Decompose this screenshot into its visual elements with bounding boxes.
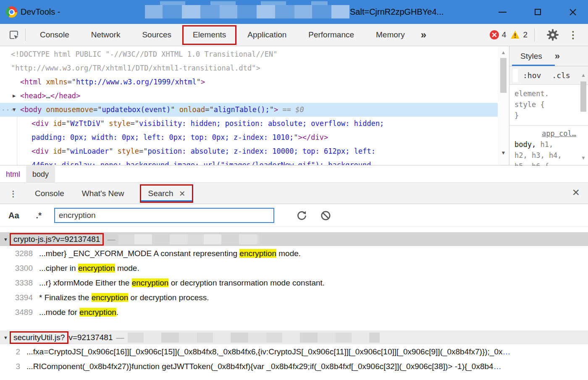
- chrome-logo-icon: [6, 6, 17, 18]
- dom-tree-node[interactable]: "http://www.w3.org/TR/xhtml1/DTD/xhtml1-…: [0, 61, 498, 75]
- search-match-row[interactable]: 3489...mode for encryption.: [0, 305, 588, 320]
- scroll-down-icon[interactable]: ▼: [581, 155, 586, 161]
- stylesheet-link[interactable]: app_col…: [514, 128, 588, 139]
- line-number: 3394: [13, 293, 33, 302]
- devtools-window: DevTools - Salt=CjrnR2zpGHBYe4... Consol…: [0, 0, 588, 380]
- toolbar-separator: [534, 28, 535, 42]
- scroll-down-icon[interactable]: ▼: [501, 150, 506, 156]
- elements-panel: <!DOCTYPE html PUBLIC "-//W3C//DTD XHTML…: [0, 46, 588, 165]
- search-file-header[interactable]: ▼securityUtil.js?v=92137481—: [0, 330, 588, 344]
- disclosure-collapsed-icon[interactable]: ▶: [13, 89, 16, 103]
- close-drawer-icon[interactable]: ×: [572, 185, 580, 199]
- node-content: <body onmousemove="updatebox(event)" onl…: [20, 103, 304, 117]
- warning-icon[interactable]: [510, 30, 520, 39]
- drawer-tab-whats-new[interactable]: What's New: [82, 189, 124, 198]
- error-count[interactable]: 4: [502, 30, 507, 39]
- window-title: DevTools -: [21, 0, 60, 24]
- close-search-tab-icon[interactable]: ×: [179, 190, 185, 197]
- expanded-icon[interactable]: ▼: [3, 335, 8, 340]
- regex-toggle[interactable]: .*: [36, 211, 42, 220]
- inspect-element-icon[interactable]: [7, 28, 21, 42]
- search-file-block: ▼crypto-js.js?v=92137481—3288...mber} _E…: [0, 232, 588, 320]
- dom-tree-node[interactable]: padding: 0px; width: 0px; left: 0px; top…: [0, 131, 498, 144]
- dom-tree-node[interactable]: <!DOCTYPE html PUBLIC "-//W3C//DTD XHTML…: [0, 47, 498, 61]
- redacted-url-blur: [145, 5, 349, 18]
- tab-application[interactable]: Application: [236, 24, 297, 46]
- drawer-tab-console[interactable]: Console: [35, 189, 64, 198]
- breadcrumb-html[interactable]: html: [6, 170, 20, 179]
- scrollbar-thumb[interactable]: [580, 81, 586, 112]
- maximize-icon[interactable]: [533, 8, 542, 16]
- match-text: ...cipher in encryption mode.: [39, 264, 139, 273]
- tab-memory[interactable]: Memory: [365, 24, 416, 46]
- expanded-icon[interactable]: ▼: [3, 237, 8, 242]
- dom-tree-node[interactable]: ···▼<body onmousemove="updatebox(event)"…: [0, 103, 498, 117]
- styles-sidebar: Styles » :hov .cls element.style {} app_…: [509, 46, 588, 165]
- tab-sources[interactable]: Sources: [131, 24, 182, 46]
- file-name: securityUtil.js?: [10, 331, 68, 344]
- styles-scrollbar[interactable]: ▲ ▼: [579, 66, 588, 165]
- kebab-menu-icon[interactable]: ⋮: [565, 29, 581, 41]
- class-toggle[interactable]: .cls: [552, 71, 570, 80]
- search-match-row[interactable]: 3394* Finalizes the encryption or decryp…: [0, 290, 588, 305]
- sidebar-tab-strip: Styles »: [509, 46, 588, 66]
- devtools-toolbar: ConsoleNetworkSourcesElementsApplication…: [0, 24, 588, 46]
- dom-tree-node[interactable]: <div id="WzTtDiV" style="visibility: hid…: [0, 117, 498, 131]
- node-content: <div id="WzTtDiV" style="visibility: hid…: [32, 117, 384, 131]
- line-number: 3300: [13, 264, 33, 273]
- close-window-icon[interactable]: [569, 8, 577, 16]
- dash-separator: —: [116, 333, 124, 342]
- search-match-row[interactable]: 2...fxa=CryptoJS[_0x906c[16]][_0x906c[15…: [0, 344, 588, 359]
- line-number: 2: [13, 347, 20, 356]
- tab-styles[interactable]: Styles: [520, 46, 542, 66]
- node-content: <head>…</head>: [20, 89, 80, 103]
- scrollbar-thumb[interactable]: [500, 58, 507, 93]
- search-match-row[interactable]: 3338...r} xformMode Either the encryptio…: [0, 275, 588, 290]
- search-match-row[interactable]: 3300...cipher in encryption mode.: [0, 261, 588, 275]
- minimize-icon[interactable]: [498, 8, 507, 16]
- toolbar-separator: [25, 29, 26, 41]
- search-file-header[interactable]: ▼crypto-js.js?v=92137481—: [0, 232, 588, 246]
- scroll-up-icon[interactable]: ▲: [581, 72, 586, 78]
- hover-state-toggle[interactable]: :hov: [523, 71, 541, 80]
- tab-console[interactable]: Console: [29, 24, 80, 46]
- redacted-path-blur: [118, 234, 259, 244]
- file-name-rest: v=92137481: [68, 333, 113, 342]
- window-controls: [498, 0, 588, 24]
- dom-tree-node[interactable]: <html xmlns="http://www.w3.org/1999/xhtm…: [0, 75, 498, 89]
- dom-tree: <!DOCTYPE html PUBLIC "-//W3C//DTD XHTML…: [0, 46, 498, 165]
- styles-filter-input[interactable]: [513, 69, 518, 82]
- more-sidebar-tabs-button[interactable]: »: [555, 51, 559, 62]
- search-match-row[interactable]: 3288...mber} _ENC_XFORM_MODE A constant …: [0, 246, 588, 261]
- tab-performance[interactable]: Performance: [297, 24, 365, 46]
- clear-search-icon[interactable]: [320, 210, 331, 221]
- styles-filter-bar: :hov .cls: [509, 66, 588, 85]
- warning-count[interactable]: 2: [523, 30, 528, 39]
- drawer-menu-icon[interactable]: ⋮: [9, 189, 17, 199]
- redacted-path-blur: [128, 333, 380, 343]
- search-input[interactable]: [54, 208, 274, 223]
- refresh-search-icon[interactable]: [296, 210, 307, 221]
- more-panels-button[interactable]: »: [421, 29, 425, 41]
- tab-network[interactable]: Network: [80, 24, 131, 46]
- line-number: 3: [13, 362, 20, 371]
- dom-tree-node[interactable]: 446px; display: none; background-image: …: [0, 158, 498, 165]
- error-icon[interactable]: [490, 30, 499, 39]
- match-text: ...r} xformMode Either the encryption or…: [39, 278, 325, 288]
- node-content: <div id="winLoader" style="position: abs…: [32, 144, 375, 158]
- disclosure-expanded-icon[interactable]: ▼: [13, 103, 16, 117]
- match-case-toggle[interactable]: Aa: [8, 211, 19, 220]
- dom-tree-node[interactable]: ▶<head>…</head>: [0, 89, 498, 103]
- breadcrumb-body[interactable]: body: [26, 166, 55, 183]
- tab-elements[interactable]: Elements: [182, 25, 236, 45]
- element-style-rule[interactable]: element.style {}: [509, 85, 588, 126]
- title-bar: DevTools - Salt=CjrnR2zpGHBYe4...: [0, 0, 588, 24]
- settings-gear-icon[interactable]: [546, 29, 559, 41]
- drawer-tab-bar: ⋮ Console What's New Search × ×: [0, 183, 588, 204]
- drawer-tab-search[interactable]: Search ×: [140, 184, 193, 203]
- node-content: <html xmlns="http://www.w3.org/1999/xhtm…: [20, 75, 205, 89]
- search-match-row[interactable]: 3...RIComponent(_0x8b4fx27)}function get…: [0, 359, 588, 374]
- dom-tree-node[interactable]: <div id="winLoader" style="position: abs…: [0, 144, 498, 158]
- elements-scrollbar[interactable]: ▲ ▼: [498, 46, 509, 165]
- scroll-up-icon[interactable]: ▲: [501, 50, 506, 55]
